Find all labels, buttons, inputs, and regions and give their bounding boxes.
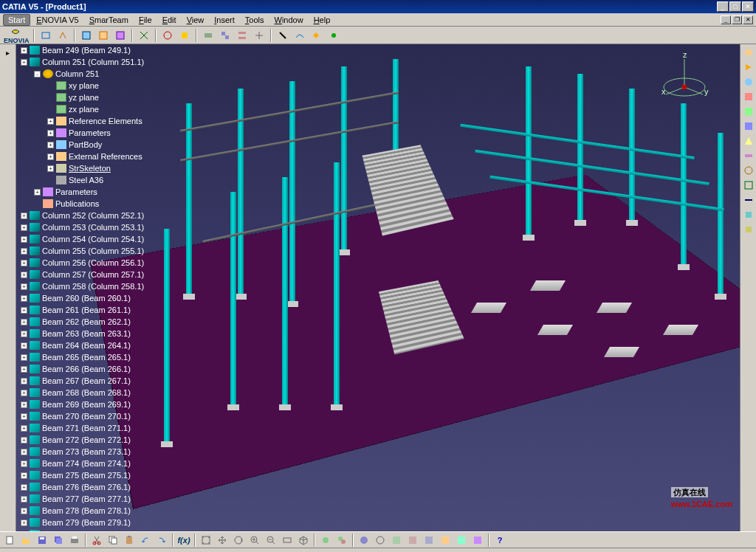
column-3d[interactable]: [526, 66, 532, 236]
expand-icon[interactable]: +: [21, 319, 27, 325]
menu-window[interactable]: Window: [270, 15, 308, 25]
expand-icon[interactable]: +: [21, 531, 27, 532]
bottom-new[interactable]: [2, 533, 17, 548]
toolbar-btn-7[interactable]: [160, 28, 175, 43]
menu-file[interactable]: File: [134, 15, 157, 25]
expand-icon[interactable]: +: [34, 189, 41, 196]
expand-icon[interactable]: +: [47, 153, 54, 160]
bottom-fit[interactable]: [199, 533, 213, 548]
bottom-rotate[interactable]: [231, 533, 246, 548]
tree-child[interactable]: +Reference Elements: [21, 115, 168, 127]
expand-icon[interactable]: +: [21, 295, 27, 302]
close-button[interactable]: ✕: [742, 1, 754, 12]
menu-help[interactable]: Help: [309, 15, 335, 25]
toolbar-btn-13[interactable]: [275, 28, 290, 43]
bottom-more-1[interactable]: [389, 533, 404, 548]
tree-node[interactable]: +Column 256 (Column 256.1): [21, 257, 168, 269]
tree-node[interactable]: +Beam 273 (Beam 273.1): [21, 446, 168, 458]
footing-3d[interactable]: [663, 325, 698, 335]
tree-node[interactable]: +Parameters: [21, 186, 168, 198]
tree-child[interactable]: yz plane: [21, 92, 168, 103]
expand-icon[interactable]: +: [21, 401, 27, 408]
toolbar-btn-4[interactable]: [96, 28, 111, 43]
tree-node[interactable]: +Beam 272 (Beam 272.1): [21, 434, 168, 446]
expand-icon[interactable]: +: [21, 248, 27, 255]
right-tool-6[interactable]: [742, 120, 755, 133]
expand-icon[interactable]: +: [47, 142, 54, 148]
expand-icon[interactable]: +: [21, 283, 27, 290]
tree-node-expanded[interactable]: -Column 251: [21, 68, 168, 80]
bottom-more-2[interactable]: [405, 533, 420, 548]
right-tool-5[interactable]: [742, 105, 755, 118]
tree-node[interactable]: +Column 258 (Column 258.1): [21, 280, 168, 292]
expand-icon[interactable]: +: [21, 449, 27, 455]
column-3d[interactable]: [282, 177, 288, 406]
tree-node[interactable]: +Beam 261 (Beam 261.1): [21, 304, 168, 316]
compass-3d[interactable]: z x y: [659, 52, 710, 103]
tree-node[interactable]: Publications: [21, 198, 168, 210]
bottom-normal-view[interactable]: [280, 533, 295, 548]
expand-icon[interactable]: +: [21, 272, 27, 278]
bottom-saveall[interactable]: [51, 533, 66, 548]
tree-node[interactable]: +Beam 265 (Beam 265.1): [21, 351, 168, 363]
viewport-3d[interactable]: +Beam 249 (Beam 249.1) +Column 251 (Colu…: [16, 44, 740, 531]
tree-child[interactable]: +PartBody: [21, 139, 168, 151]
bottom-paste[interactable]: [122, 533, 137, 548]
expand-icon[interactable]: +: [21, 508, 27, 514]
tree-node[interactable]: +Beam 275 (Beam 275.1): [21, 469, 168, 481]
tree-child[interactable]: zx plane: [21, 103, 168, 115]
bottom-print[interactable]: [67, 533, 82, 548]
toolbar-btn-1[interactable]: [38, 28, 53, 43]
bottom-copy[interactable]: [106, 533, 120, 548]
right-tool-11[interactable]: [742, 193, 755, 207]
tree-child[interactable]: +Parameters: [21, 127, 168, 139]
footing-3d[interactable]: [604, 347, 639, 357]
tree-node[interactable]: +Beam 276 (Beam 276.1): [21, 481, 168, 493]
footing-3d[interactable]: [530, 280, 566, 291]
toolbar-btn-2[interactable]: [55, 28, 70, 43]
expand-icon[interactable]: +: [21, 224, 27, 231]
toolbar-btn-10[interactable]: [218, 28, 233, 43]
bottom-save[interactable]: [35, 533, 49, 548]
expand-icon[interactable]: +: [21, 460, 27, 467]
tree-node[interactable]: +Column 253 (Column 253.1): [21, 221, 168, 233]
tree-node[interactable]: +Beam 280 (Beam 280.1): [21, 528, 168, 531]
bottom-iso[interactable]: [296, 533, 311, 548]
menu-smarteam[interactable]: SmarTeam: [85, 15, 133, 25]
bottom-more-4[interactable]: [438, 533, 453, 548]
right-tool-arrow[interactable]: [742, 61, 755, 74]
right-tool-9[interactable]: [742, 164, 755, 177]
bottom-zoom-in[interactable]: [247, 533, 262, 548]
tree-node[interactable]: +Beam 260 (Beam 260.1): [21, 292, 168, 304]
toolbar-btn-6[interactable]: [137, 28, 151, 43]
expand-icon[interactable]: +: [21, 213, 27, 219]
left-tool-1[interactable]: ▸: [1, 46, 15, 59]
tree-node[interactable]: +Beam 267 (Beam 267.1): [21, 375, 168, 387]
mdi-restore[interactable]: ❐: [732, 15, 742, 24]
tree-node[interactable]: +Beam 274 (Beam 274.1): [21, 458, 168, 469]
bottom-shading[interactable]: [357, 533, 371, 548]
expand-icon[interactable]: +: [21, 413, 27, 420]
toolbar-btn-3[interactable]: [79, 28, 94, 43]
expand-icon[interactable]: +: [21, 472, 27, 479]
menu-edit[interactable]: Edit: [158, 15, 181, 25]
right-tool-12[interactable]: [742, 208, 755, 221]
bottom-formula[interactable]: f(x): [176, 533, 191, 548]
tree-child[interactable]: xy plane: [21, 80, 168, 92]
bottom-redo[interactable]: [154, 533, 169, 548]
column-3d[interactable]: [341, 66, 347, 251]
bottom-swap[interactable]: [334, 533, 349, 548]
bottom-undo[interactable]: [138, 533, 153, 548]
tree-node[interactable]: +Beam 278 (Beam 278.1): [21, 505, 168, 517]
right-tool-4[interactable]: [742, 90, 755, 103]
expand-icon[interactable]: +: [21, 236, 27, 243]
bottom-open[interactable]: [18, 533, 33, 548]
maximize-button[interactable]: □: [729, 1, 741, 12]
expand-icon[interactable]: +: [47, 130, 54, 137]
right-tool-1[interactable]: [742, 46, 755, 59]
tree-node[interactable]: +Column 251 (Column 251.1): [21, 56, 168, 68]
expand-icon[interactable]: +: [21, 354, 27, 361]
expand-icon[interactable]: +: [21, 366, 27, 373]
toolbar-btn-16[interactable]: [326, 28, 341, 43]
bottom-cut[interactable]: [89, 533, 104, 548]
